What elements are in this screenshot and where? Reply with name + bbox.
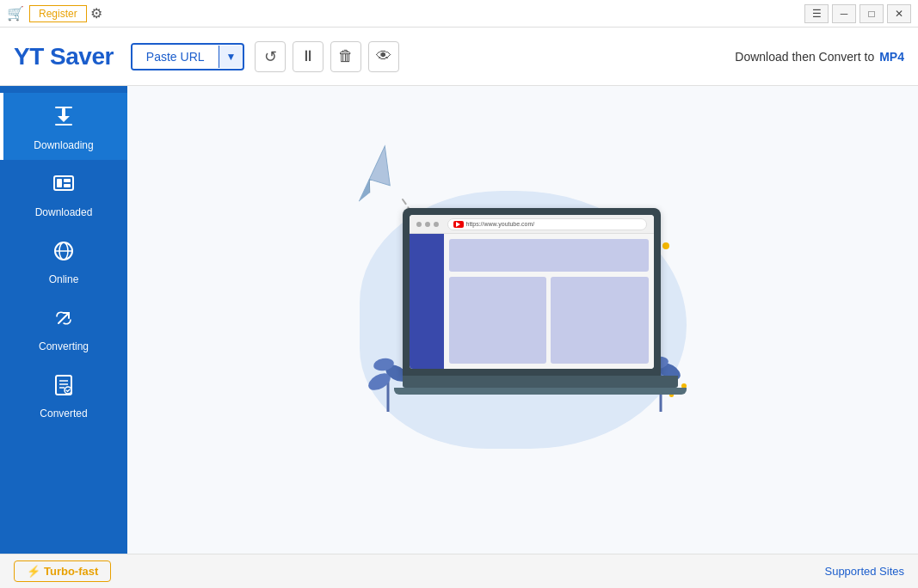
register-button[interactable]: Register <box>29 5 87 22</box>
download-icon <box>52 105 76 134</box>
browser-sidebar-strip <box>410 234 444 369</box>
main-content: Downloading Downloaded <box>0 86 918 554</box>
delete-button[interactable]: 🗑 <box>330 41 361 72</box>
title-bar: 🛒 Register ⚙ ☰ ─ □ ✕ <box>0 0 918 28</box>
sidebar-label-downloading: Downloading <box>34 139 93 151</box>
sidebar-item-downloading[interactable]: Downloading <box>0 93 127 160</box>
browser-card-1 <box>449 277 547 364</box>
converting-icon <box>52 306 76 335</box>
content-area: https://www.youtube.com/ <box>127 86 918 554</box>
browser-dot-1 <box>416 222 422 227</box>
browser-url-bar: https://www.youtube.com/ <box>447 218 647 230</box>
preview-button[interactable]: 👁 <box>368 41 399 72</box>
browser-banner <box>449 239 649 272</box>
cart-icon: 🛒 <box>7 5 24 21</box>
browser-dot-2 <box>425 222 430 227</box>
browser-content <box>410 234 654 369</box>
footer: ⚡ Turbo-fast Supported Sites <box>0 554 918 588</box>
laptop-screen: https://www.youtube.com/ <box>410 215 654 369</box>
format-link[interactable]: MP4 <box>879 50 904 64</box>
header-toolbar: YT Saver Paste URL ▼ ↺ ⏸ 🗑 👁 Download th… <box>0 28 918 86</box>
svg-point-15 <box>65 387 71 394</box>
supported-sites-link[interactable]: Supported Sites <box>824 565 904 578</box>
sidebar-label-converted: Converted <box>40 407 87 420</box>
svg-rect-0 <box>55 107 72 108</box>
sidebar-item-converting[interactable]: Converting <box>0 294 127 361</box>
youtube-icon-small <box>453 221 464 228</box>
browser-cards <box>449 277 649 364</box>
sidebar-label-online: Online <box>49 273 79 285</box>
svg-rect-7 <box>64 184 71 187</box>
turbo-badge: ⚡ Turbo-fast <box>14 560 111 582</box>
paste-url-dropdown[interactable]: ▼ <box>219 46 243 68</box>
browser-card-2 <box>551 277 649 364</box>
hamburger-button[interactable]: ☰ <box>804 4 829 23</box>
svg-rect-5 <box>57 179 62 187</box>
pause-button[interactable]: ⏸ <box>293 41 323 72</box>
laptop-base <box>403 376 678 388</box>
sidebar-item-online[interactable]: Online <box>0 227 127 294</box>
close-button[interactable]: ✕ <box>887 4 911 23</box>
browser-dot-3 <box>434 222 439 227</box>
sidebar-item-converted[interactable]: Converted <box>0 361 127 428</box>
turbo-icon: ⚡ <box>27 565 40 578</box>
svg-rect-6 <box>64 179 71 182</box>
illustration: https://www.youtube.com/ <box>308 139 738 500</box>
window-controls: ☰ ─ □ ✕ <box>804 4 911 23</box>
browser-url-text: https://www.youtube.com/ <box>466 221 535 227</box>
browser-bar: https://www.youtube.com/ <box>410 215 654 234</box>
maximize-button[interactable]: □ <box>859 4 884 23</box>
sidebar-label-converting: Converting <box>39 340 89 352</box>
browser-main-area <box>444 234 654 369</box>
downloaded-icon <box>52 172 76 201</box>
minimize-button[interactable]: ─ <box>832 4 856 23</box>
laptop: https://www.youtube.com/ <box>403 208 678 388</box>
online-icon <box>52 239 76 268</box>
sidebar-label-downloaded: Downloaded <box>35 206 93 218</box>
paste-url-label[interactable]: Paste URL <box>132 45 219 69</box>
download-convert-text: Download then Convert to <box>735 50 874 64</box>
converted-icon <box>52 373 76 402</box>
turbo-label: Turbo-fast <box>44 565 98 578</box>
sidebar: Downloading Downloaded <box>0 86 127 554</box>
gear-icon[interactable]: ⚙ <box>90 5 102 21</box>
paste-url-button[interactable]: Paste URL ▼ <box>131 43 245 70</box>
svg-marker-2 <box>58 116 70 122</box>
laptop-screen-outer: https://www.youtube.com/ <box>403 208 661 376</box>
svg-marker-16 <box>344 146 399 201</box>
app-container: YT Saver Paste URL ▼ ↺ ⏸ 🗑 👁 Download th… <box>0 28 918 588</box>
app-title: YT Saver <box>14 43 114 70</box>
sidebar-item-downloaded[interactable]: Downloaded <box>0 160 127 227</box>
refresh-button[interactable]: ↺ <box>255 41 286 72</box>
svg-rect-3 <box>55 124 72 126</box>
